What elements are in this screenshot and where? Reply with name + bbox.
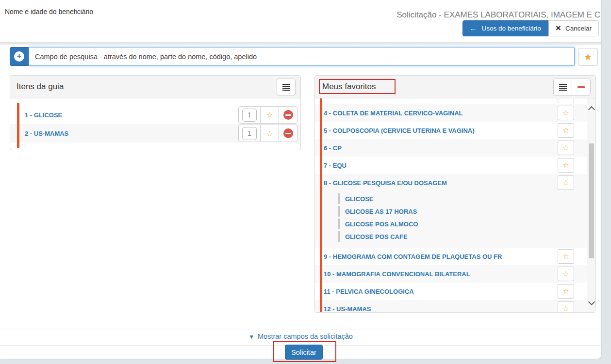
favorites-panel-title-annotated: Meus favoritos (319, 79, 396, 94)
star-outline-icon: ☆ (562, 143, 569, 152)
favorite-star-button[interactable]: ☆ (558, 98, 574, 103)
minus-icon (578, 86, 585, 88)
favorite-item-link[interactable]: 10 - MAMOGRAFIA CONVENCIONAL BILATERAL (324, 270, 470, 278)
favorites-filter-button[interactable]: ★ (578, 48, 598, 66)
minus-circle-icon (283, 110, 293, 120)
plus-circle-icon: + (14, 51, 24, 62)
favorite-star-button[interactable]: ☆ (558, 267, 574, 281)
scrollbar-thumb[interactable] (589, 143, 594, 258)
orange-marker-bar (320, 98, 322, 312)
header-actions: ← Usos do beneficiário × Cancelar (462, 20, 599, 36)
favorite-item-row: 5 - COLPOSCOPIA (CERVICE UTERINA E VAGIN… (315, 122, 588, 139)
favorite-item-row: 4 - COLETA DE MATERIAL CERVICO-VAGINAL ☆ (315, 104, 588, 122)
favorite-item-row: 12 - US-MAMAS ☆ (315, 300, 588, 312)
star-outline-icon: ☆ (562, 252, 569, 261)
cancel-button-label: Cancelar (565, 25, 592, 32)
menu-icon (282, 84, 290, 91)
favorites-list-view-button[interactable] (553, 79, 572, 95)
guide-items-list: 1 - GLICOSE ☆ 2 - US-MAMAS ☆ (10, 98, 300, 142)
favorite-star-button[interactable]: ☆ (558, 123, 574, 138)
gray-marker-bar (338, 206, 340, 217)
star-outline-icon: ☆ (562, 178, 569, 187)
beneficiary-name-label: Nome e idade do beneficiário (5, 8, 93, 16)
favorites-panel: Meus favoritos ☆ 4 - COLETA DE MATERI (314, 75, 596, 313)
orange-marker-bar (17, 103, 19, 148)
favorite-item-link[interactable]: 8 - GLICOSE PESQUISA E/OU DOSAGEM (324, 179, 447, 187)
show-request-fields-link[interactable]: ▼Mostrar campos da solicitação (0, 332, 601, 340)
star-outline-icon: ☆ (266, 111, 273, 120)
submit-annotation-box: Solicitar (273, 341, 336, 362)
footer-divider-top (0, 330, 601, 330)
favorite-item-row: 8 - GLICOSE PESQUISA E/OU DOSAGEM ☆ (315, 174, 588, 191)
guide-item-row: 1 - GLICOSE ☆ (10, 106, 300, 124)
star-outline-icon: ☆ (562, 126, 569, 135)
remove-item-button[interactable] (279, 125, 297, 142)
favorite-child-link[interactable]: GLICOSE (345, 195, 374, 203)
guide-list-view-button[interactable] (277, 79, 296, 95)
triangle-down-icon: ▼ (248, 333, 254, 340)
main-card: Nome e idade do beneficiário Solicitação… (0, 0, 601, 359)
favorite-child-link[interactable]: GLICOSE POS CAFE (345, 233, 408, 240)
favorite-item-link[interactable]: 5 - COLPOSCOPIA (CERVICE UTERINA E VAGIN… (324, 127, 475, 134)
quantity-cell (239, 125, 260, 142)
favorite-star-button[interactable]: ☆ (558, 301, 574, 312)
favorite-star-button[interactable]: ☆ (558, 106, 574, 120)
favorites-panel-header: Meus favoritos (315, 76, 595, 98)
uses-of-beneficiary-button[interactable]: ← Usos do beneficiário (462, 20, 548, 36)
minus-circle-icon (283, 128, 293, 138)
show-fields-label: Mostrar campos da solicitação (258, 332, 353, 340)
favorite-star-button[interactable]: ☆ (558, 175, 574, 190)
guide-item-link[interactable]: 1 - GLICOSE (25, 111, 62, 119)
favorite-item-row: 7 - EQU ☆ (315, 157, 588, 174)
guide-items-panel: Itens da guia 1 - GLICOSE ☆ 2 - US-MAMAS (10, 75, 301, 150)
close-icon: × (556, 23, 561, 32)
back-arrow-icon: ← (470, 25, 478, 32)
star-outline-icon: ☆ (266, 129, 273, 138)
quantity-input[interactable] (242, 109, 257, 122)
star-outline-icon: ☆ (562, 304, 569, 312)
favorite-star-button[interactable]: ☆ (558, 158, 574, 173)
star-outline-icon: ☆ (562, 269, 569, 278)
favorite-child-link[interactable]: GLICOSE AS 17 HORAS (345, 208, 417, 215)
favorite-toggle-button[interactable]: ☆ (260, 125, 279, 142)
favorite-child-row: GLICOSE AS 17 HORAS (315, 205, 588, 218)
star-outline-icon: ☆ (562, 98, 569, 100)
scroll-up-icon[interactable] (588, 106, 595, 113)
favorites-header-buttons (553, 79, 591, 95)
gray-marker-bar (338, 231, 340, 242)
favorite-item-link[interactable]: 12 - US-MAMAS (324, 305, 371, 313)
cancel-button[interactable]: × Cancelar (548, 20, 599, 36)
header-divider-shadow (0, 42, 601, 46)
clipped-row: ☆ (315, 98, 588, 104)
search-input[interactable] (29, 47, 575, 66)
favorite-child-row: GLICOSE (315, 192, 588, 205)
favorite-item-link[interactable]: 9 - HEMOGRAMA COM CONTAGEM DE PLAQUETAS … (324, 253, 502, 260)
favorite-star-button[interactable]: ☆ (558, 284, 574, 299)
star-outline-icon: ☆ (562, 109, 569, 117)
favorite-child-link[interactable]: GLICOSE POS ALMOCO (345, 221, 418, 228)
favorite-star-button[interactable]: ☆ (558, 141, 574, 155)
scroll-down-icon[interactable] (588, 299, 595, 305)
gray-marker-bar (338, 219, 340, 229)
favorite-toggle-button[interactable]: ☆ (260, 107, 279, 123)
guide-item-link[interactable]: 2 - US-MAMAS (25, 130, 68, 137)
favorite-item-link[interactable]: 7 - EQU (324, 162, 347, 169)
favorite-children-block: GLICOSE GLICOSE AS 17 HORAS GLICOSE POS … (315, 191, 588, 248)
favorites-list: ☆ 4 - COLETA DE MATERIAL CERVICO-VAGINAL… (315, 98, 588, 312)
favorites-scroll-area: ☆ 4 - COLETA DE MATERIAL CERVICO-VAGINAL… (315, 98, 595, 312)
favorite-item-link[interactable]: 4 - COLETA DE MATERIAL CERVICO-VAGINAL (324, 110, 463, 117)
favorites-scrollbar[interactable] (587, 98, 595, 312)
favorite-star-button[interactable]: ☆ (558, 249, 574, 264)
guide-item-row: 2 - US-MAMAS ☆ (10, 124, 300, 142)
favorite-item-link[interactable]: 6 - CP (324, 144, 342, 152)
favorite-child-row: GLICOSE POS CAFE (315, 230, 588, 243)
quantity-input[interactable] (242, 127, 257, 140)
submit-request-button[interactable]: Solicitar (285, 345, 323, 360)
add-item-button[interactable]: + (10, 47, 29, 66)
remove-item-button[interactable] (279, 107, 297, 123)
quantity-cell (239, 107, 260, 123)
favorite-item-row: 11 - PELVICA GINECOLOGICA ☆ (315, 283, 588, 300)
guide-items-panel-title: Itens da guia (17, 82, 64, 91)
favorite-item-link[interactable]: 11 - PELVICA GINECOLOGICA (324, 288, 414, 295)
favorites-remove-button[interactable] (572, 79, 591, 95)
